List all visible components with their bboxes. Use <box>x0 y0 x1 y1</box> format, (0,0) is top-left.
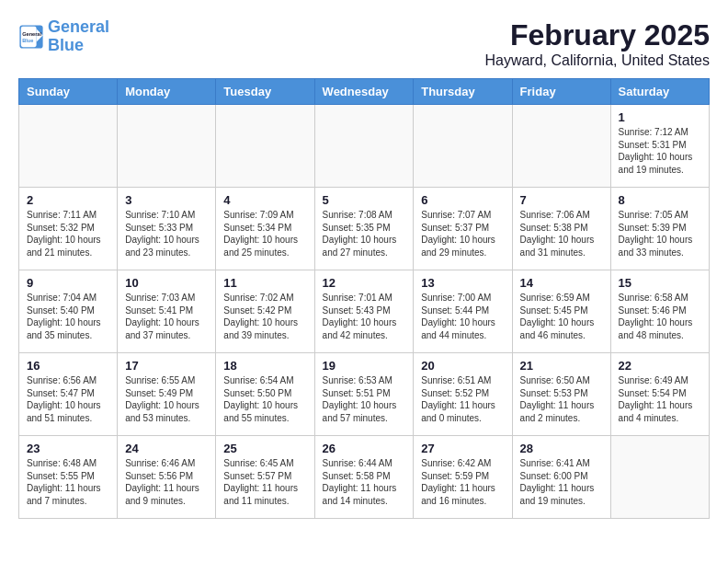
day-info: Sunrise: 6:46 AM Sunset: 5:56 PM Dayligh… <box>125 457 208 507</box>
calendar-day-cell <box>19 105 118 188</box>
calendar-day-cell: 20Sunrise: 6:51 AM Sunset: 5:52 PM Dayli… <box>414 353 512 436</box>
day-info: Sunrise: 6:51 AM Sunset: 5:52 PM Dayligh… <box>421 374 504 424</box>
day-number: 17 <box>125 359 208 373</box>
calendar-day-cell: 24Sunrise: 6:46 AM Sunset: 5:56 PM Dayli… <box>118 436 216 519</box>
title-section: February 2025 Hayward, California, Unite… <box>484 18 710 69</box>
day-info: Sunrise: 6:41 AM Sunset: 6:00 PM Dayligh… <box>520 457 603 507</box>
day-info: Sunrise: 7:07 AM Sunset: 5:37 PM Dayligh… <box>421 209 504 259</box>
calendar-day-cell <box>512 105 610 188</box>
calendar-day-cell: 9Sunrise: 7:04 AM Sunset: 5:40 PM Daylig… <box>19 270 118 353</box>
day-number: 1 <box>619 110 701 124</box>
day-info: Sunrise: 7:04 AM Sunset: 5:40 PM Dayligh… <box>27 292 109 341</box>
location-title: Hayward, California, United States <box>484 52 710 69</box>
calendar-day-cell: 23Sunrise: 6:48 AM Sunset: 5:55 PM Dayli… <box>19 436 118 519</box>
day-number: 6 <box>421 193 504 207</box>
day-number: 5 <box>323 193 406 207</box>
calendar-day-cell: 26Sunrise: 6:44 AM Sunset: 5:58 PM Dayli… <box>314 436 414 519</box>
day-of-week-header: Thursday <box>414 79 512 105</box>
calendar-day-cell: 12Sunrise: 7:01 AM Sunset: 5:43 PM Dayli… <box>314 270 414 353</box>
day-number: 16 <box>27 359 109 373</box>
calendar-week-row: 2Sunrise: 7:11 AM Sunset: 5:32 PM Daylig… <box>19 188 710 270</box>
day-of-week-header: Monday <box>118 79 216 105</box>
day-number: 23 <box>27 442 109 455</box>
calendar-day-cell: 16Sunrise: 6:56 AM Sunset: 5:47 PM Dayli… <box>19 353 118 436</box>
day-of-week-header: Friday <box>512 79 610 105</box>
day-info: Sunrise: 7:03 AM Sunset: 5:41 PM Dayligh… <box>125 292 208 341</box>
calendar-week-row: 9Sunrise: 7:04 AM Sunset: 5:40 PM Daylig… <box>19 270 710 353</box>
calendar-day-cell: 28Sunrise: 6:41 AM Sunset: 6:00 PM Dayli… <box>512 436 610 519</box>
calendar-day-cell: 8Sunrise: 7:05 AM Sunset: 5:39 PM Daylig… <box>610 188 709 270</box>
day-number: 11 <box>223 276 306 290</box>
day-number: 20 <box>421 359 504 373</box>
day-number: 27 <box>421 442 504 455</box>
calendar-day-cell: 25Sunrise: 6:45 AM Sunset: 5:57 PM Dayli… <box>216 436 314 519</box>
calendar-day-cell: 15Sunrise: 6:58 AM Sunset: 5:46 PM Dayli… <box>610 270 709 353</box>
day-number: 15 <box>619 276 701 290</box>
day-info: Sunrise: 6:56 AM Sunset: 5:47 PM Dayligh… <box>27 374 109 424</box>
day-info: Sunrise: 6:58 AM Sunset: 5:46 PM Dayligh… <box>619 292 701 341</box>
calendar-day-cell: 5Sunrise: 7:08 AM Sunset: 5:35 PM Daylig… <box>314 188 414 270</box>
day-info: Sunrise: 6:50 AM Sunset: 5:53 PM Dayligh… <box>520 374 603 424</box>
day-number: 3 <box>125 193 208 207</box>
page-header: General Blue GeneralBlue February 2025 H… <box>18 18 710 69</box>
calendar-day-cell: 14Sunrise: 6:59 AM Sunset: 5:45 PM Dayli… <box>512 270 610 353</box>
day-info: Sunrise: 6:45 AM Sunset: 5:57 PM Dayligh… <box>223 457 306 507</box>
day-number: 13 <box>421 276 504 290</box>
svg-text:General: General <box>22 30 41 36</box>
day-info: Sunrise: 7:08 AM Sunset: 5:35 PM Dayligh… <box>323 209 406 259</box>
day-of-week-header: Wednesday <box>314 79 414 105</box>
logo-text: GeneralBlue <box>48 18 109 55</box>
calendar-day-cell: 22Sunrise: 6:49 AM Sunset: 5:54 PM Dayli… <box>610 353 709 436</box>
day-number: 25 <box>223 442 306 455</box>
day-info: Sunrise: 7:02 AM Sunset: 5:42 PM Dayligh… <box>223 292 306 341</box>
day-info: Sunrise: 6:42 AM Sunset: 5:59 PM Dayligh… <box>421 457 504 507</box>
day-info: Sunrise: 7:11 AM Sunset: 5:32 PM Dayligh… <box>27 209 109 259</box>
day-info: Sunrise: 6:49 AM Sunset: 5:54 PM Dayligh… <box>619 374 701 424</box>
day-number: 9 <box>27 276 109 290</box>
calendar-table: SundayMondayTuesdayWednesdayThursdayFrid… <box>18 78 710 519</box>
day-of-week-header: Sunday <box>19 79 118 105</box>
day-info: Sunrise: 7:06 AM Sunset: 5:38 PM Dayligh… <box>520 209 603 259</box>
calendar-day-cell: 6Sunrise: 7:07 AM Sunset: 5:37 PM Daylig… <box>414 188 512 270</box>
day-number: 2 <box>27 193 109 207</box>
calendar-day-cell: 19Sunrise: 6:53 AM Sunset: 5:51 PM Dayli… <box>314 353 414 436</box>
day-number: 4 <box>223 193 306 207</box>
calendar-day-cell <box>610 436 709 519</box>
calendar-day-cell: 7Sunrise: 7:06 AM Sunset: 5:38 PM Daylig… <box>512 188 610 270</box>
calendar-day-cell: 4Sunrise: 7:09 AM Sunset: 5:34 PM Daylig… <box>216 188 314 270</box>
day-of-week-header: Saturday <box>610 79 709 105</box>
day-info: Sunrise: 6:55 AM Sunset: 5:49 PM Dayligh… <box>125 374 208 424</box>
day-info: Sunrise: 7:09 AM Sunset: 5:34 PM Dayligh… <box>223 209 306 259</box>
calendar-day-cell <box>118 105 216 188</box>
day-number: 22 <box>619 359 701 373</box>
day-number: 24 <box>125 442 208 455</box>
calendar-day-cell: 13Sunrise: 7:00 AM Sunset: 5:44 PM Dayli… <box>414 270 512 353</box>
day-info: Sunrise: 6:54 AM Sunset: 5:50 PM Dayligh… <box>223 374 306 424</box>
day-info: Sunrise: 6:48 AM Sunset: 5:55 PM Dayligh… <box>27 457 109 507</box>
calendar-day-cell: 2Sunrise: 7:11 AM Sunset: 5:32 PM Daylig… <box>19 188 118 270</box>
calendar-week-row: 1Sunrise: 7:12 AM Sunset: 5:31 PM Daylig… <box>19 105 710 188</box>
calendar-day-cell <box>216 105 314 188</box>
day-info: Sunrise: 7:00 AM Sunset: 5:44 PM Dayligh… <box>421 292 504 341</box>
day-number: 14 <box>520 276 603 290</box>
day-info: Sunrise: 7:05 AM Sunset: 5:39 PM Dayligh… <box>619 209 701 259</box>
calendar-day-cell: 3Sunrise: 7:10 AM Sunset: 5:33 PM Daylig… <box>118 188 216 270</box>
calendar-day-cell: 11Sunrise: 7:02 AM Sunset: 5:42 PM Dayli… <box>216 270 314 353</box>
day-info: Sunrise: 7:01 AM Sunset: 5:43 PM Dayligh… <box>323 292 406 341</box>
logo: General Blue GeneralBlue <box>18 18 109 55</box>
calendar-day-cell <box>414 105 512 188</box>
day-info: Sunrise: 7:10 AM Sunset: 5:33 PM Dayligh… <box>125 209 208 259</box>
day-number: 19 <box>323 359 406 373</box>
calendar-day-cell: 21Sunrise: 6:50 AM Sunset: 5:53 PM Dayli… <box>512 353 610 436</box>
calendar-week-row: 23Sunrise: 6:48 AM Sunset: 5:55 PM Dayli… <box>19 436 710 519</box>
day-of-week-header: Tuesday <box>216 79 314 105</box>
logo-icon: General Blue <box>18 24 44 50</box>
day-number: 7 <box>520 193 603 207</box>
day-number: 10 <box>125 276 208 290</box>
calendar-day-cell: 17Sunrise: 6:55 AM Sunset: 5:49 PM Dayli… <box>118 353 216 436</box>
svg-text:Blue: Blue <box>22 37 33 42</box>
day-number: 12 <box>323 276 406 290</box>
calendar-week-row: 16Sunrise: 6:56 AM Sunset: 5:47 PM Dayli… <box>19 353 710 436</box>
day-number: 21 <box>520 359 603 373</box>
calendar-day-cell: 1Sunrise: 7:12 AM Sunset: 5:31 PM Daylig… <box>610 105 709 188</box>
